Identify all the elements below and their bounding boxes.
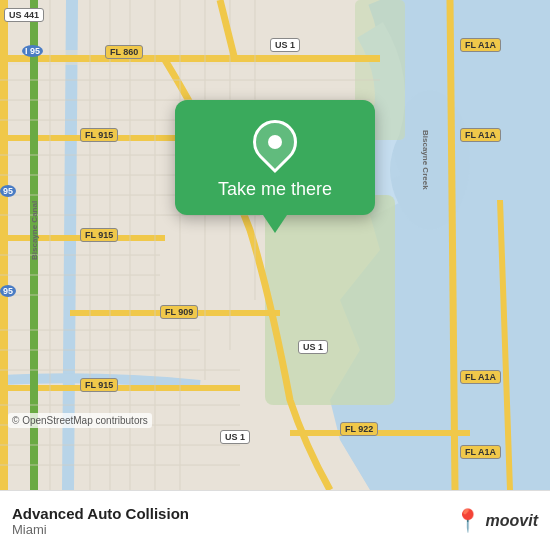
svg-rect-11 [290, 430, 470, 436]
road-label-fla1a-bot2: FL A1A [460, 445, 501, 459]
map-container[interactable]: US 441 I 95 FL 860 US 1 FL A1A FL 915 FL… [0, 0, 550, 490]
moovit-pin-icon: 📍 [454, 508, 481, 534]
road-label-95-left2: 95 [0, 285, 16, 297]
road-label-fl915-2: FL 915 [80, 228, 118, 242]
popup-button-label[interactable]: Take me there [218, 179, 332, 200]
road-label-fl860: FL 860 [105, 45, 143, 59]
moovit-logo: 📍 moovit [454, 508, 538, 534]
popup-tail [263, 215, 287, 233]
bottom-bar: Advanced Auto Collision Miami 📍 moovit [0, 490, 550, 550]
moovit-logo-text: moovit [486, 512, 538, 530]
road-label-fl915-1: FL 915 [80, 128, 118, 142]
road-label-us441: US 441 [4, 8, 44, 22]
road-label-biscayne-canal: Biscayne Canal [30, 201, 39, 260]
svg-rect-6 [0, 55, 380, 62]
road-label-i95: I 95 [22, 45, 43, 57]
road-label-95-left: 95 [0, 185, 16, 197]
road-label-fl915-3: FL 915 [80, 378, 118, 392]
road-label-fl909: FL 909 [160, 305, 198, 319]
road-label-us1-mid: US 1 [298, 340, 328, 354]
road-label-us1-bot: US 1 [220, 430, 250, 444]
road-label-us1-top: US 1 [270, 38, 300, 52]
road-label-fla1a-top: FL A1A [460, 38, 501, 52]
place-name: Advanced Auto Collision [12, 505, 189, 522]
road-label-fla1a-bot1: FL A1A [460, 370, 501, 384]
place-city: Miami [12, 522, 189, 537]
road-label-fla1a-mid: FL A1A [460, 128, 501, 142]
location-pin-icon [244, 111, 306, 173]
road-label-fl922: FL 922 [340, 422, 378, 436]
map-attribution: © OpenStreetMap contributors [8, 413, 152, 428]
road-label-biscayne-creek: Biscayne Creek [421, 130, 430, 190]
place-info: Advanced Auto Collision Miami [12, 505, 189, 537]
popup-card[interactable]: Take me there [175, 100, 375, 215]
svg-rect-12 [0, 0, 8, 490]
